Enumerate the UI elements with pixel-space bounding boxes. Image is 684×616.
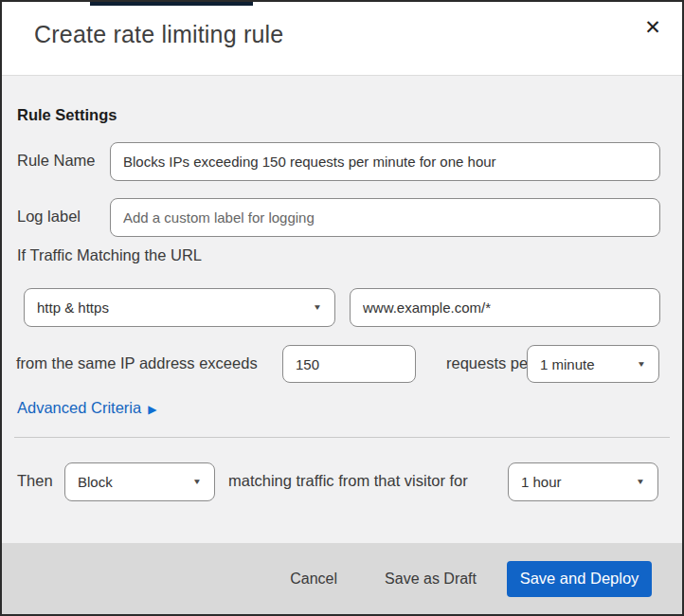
chevron-down-icon: ▼ <box>192 478 202 486</box>
advanced-criteria-link[interactable]: Advanced Criteria ▶ <box>17 399 156 417</box>
duration-selected-value: 1 hour <box>521 474 562 490</box>
cancel-button[interactable]: Cancel <box>284 563 343 595</box>
create-rate-limiting-rule-modal: Create rate limiting rule ✕ Rule Setting… <box>0 0 684 616</box>
modal-header: Create rate limiting rule ✕ <box>2 2 682 76</box>
arrow-right-icon: ▶ <box>148 401 156 416</box>
duration-select[interactable]: 1 hour ▼ <box>508 462 658 501</box>
modal-title: Create rate limiting rule <box>34 21 283 48</box>
modal-footer: Cancel Save as Draft Save and Deploy <box>2 543 682 614</box>
action-selected-value: Block <box>78 474 113 490</box>
scheme-select[interactable]: http & https ▼ <box>24 288 335 327</box>
period-selected-value: 1 minute <box>540 356 595 372</box>
log-label-input[interactable] <box>110 198 660 237</box>
threshold-input[interactable] <box>282 345 416 383</box>
section-heading-rule-settings: Rule Settings <box>17 106 117 124</box>
rule-name-input[interactable] <box>110 142 660 181</box>
close-icon: ✕ <box>644 16 661 39</box>
chevron-down-icon: ▼ <box>313 303 322 312</box>
background-page-sliver <box>90 2 253 6</box>
action-middle-text: matching traffic from that visitor for <box>228 472 468 490</box>
traffic-match-intro: If Traffic Matching the URL <box>17 246 202 264</box>
log-label-label: Log label <box>17 208 81 226</box>
section-divider <box>14 437 670 438</box>
chevron-down-icon: ▼ <box>637 359 646 368</box>
period-select[interactable]: 1 minute ▼ <box>527 345 659 383</box>
then-label: Then <box>17 472 53 490</box>
scheme-selected-value: http & https <box>37 299 109 316</box>
advanced-criteria-label: Advanced Criteria <box>17 399 141 417</box>
chevron-down-icon: ▼ <box>636 478 645 486</box>
close-button[interactable]: ✕ <box>637 11 669 44</box>
action-select[interactable]: Block ▼ <box>64 462 215 501</box>
save-and-deploy-button[interactable]: Save and Deploy <box>507 561 652 597</box>
save-as-draft-button[interactable]: Save as Draft <box>379 563 482 595</box>
threshold-suffix-text: requests per <box>446 354 533 372</box>
threshold-prefix-text: from the same IP address exceeds <box>16 354 258 372</box>
url-pattern-input[interactable] <box>350 288 660 327</box>
rule-name-label: Rule Name <box>17 152 96 170</box>
